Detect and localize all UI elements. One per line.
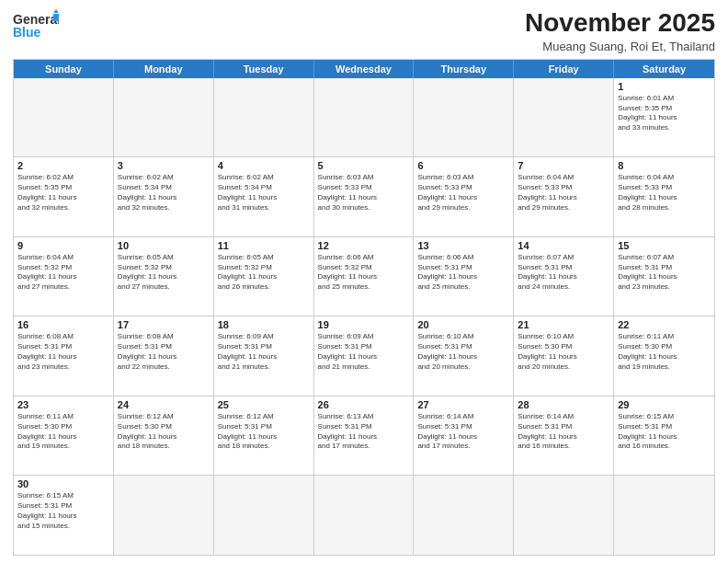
calendar-cell-0-5: [514, 78, 614, 157]
calendar-cell-4-6: 29Sunrise: 6:15 AM Sunset: 5:31 PM Dayli…: [614, 396, 714, 476]
calendar-cell-4-4: 27Sunrise: 6:14 AM Sunset: 5:31 PM Dayli…: [414, 396, 514, 476]
day-info-30: Sunrise: 6:15 AM Sunset: 5:31 PM Dayligh…: [17, 491, 109, 531]
day-number-29: 29: [618, 399, 711, 410]
calendar-row-5: 30Sunrise: 6:15 AM Sunset: 5:31 PM Dayli…: [14, 475, 714, 555]
title-section: November 2025 Mueang Suang, Roi Et, Thai…: [525, 9, 715, 53]
calendar-cell-4-0: 23Sunrise: 6:11 AM Sunset: 5:30 PM Dayli…: [14, 396, 114, 476]
calendar-cell-3-2: 18Sunrise: 6:09 AM Sunset: 5:31 PM Dayli…: [214, 316, 314, 396]
day-info-7: Sunrise: 6:04 AM Sunset: 5:33 PM Dayligh…: [518, 173, 609, 213]
day-info-29: Sunrise: 6:15 AM Sunset: 5:31 PM Dayligh…: [618, 412, 711, 452]
day-number-12: 12: [318, 240, 410, 251]
day-number-16: 16: [17, 319, 109, 330]
day-info-22: Sunrise: 6:11 AM Sunset: 5:30 PM Dayligh…: [618, 332, 711, 372]
day-info-28: Sunrise: 6:14 AM Sunset: 5:31 PM Dayligh…: [518, 412, 609, 452]
day-info-23: Sunrise: 6:11 AM Sunset: 5:30 PM Dayligh…: [17, 412, 109, 452]
day-info-18: Sunrise: 6:09 AM Sunset: 5:31 PM Dayligh…: [218, 332, 310, 372]
day-number-15: 15: [618, 240, 711, 251]
header-friday: Friday: [514, 60, 614, 78]
day-info-5: Sunrise: 6:03 AM Sunset: 5:33 PM Dayligh…: [318, 173, 410, 213]
calendar-cell-0-0: [14, 78, 114, 157]
day-number-17: 17: [118, 319, 210, 330]
calendar-cell-2-6: 15Sunrise: 6:07 AM Sunset: 5:31 PM Dayli…: [614, 237, 714, 316]
calendar-row-0: 1Sunrise: 6:01 AM Sunset: 5:35 PM Daylig…: [14, 78, 714, 157]
day-number-8: 8: [618, 160, 711, 171]
calendar-cell-4-2: 25Sunrise: 6:12 AM Sunset: 5:31 PM Dayli…: [214, 396, 314, 476]
calendar-body: 1Sunrise: 6:01 AM Sunset: 5:35 PM Daylig…: [14, 78, 714, 555]
day-number-20: 20: [417, 319, 509, 330]
day-number-7: 7: [518, 160, 609, 171]
calendar-cell-2-1: 10Sunrise: 6:05 AM Sunset: 5:32 PM Dayli…: [114, 237, 214, 316]
day-number-10: 10: [118, 240, 210, 251]
day-info-21: Sunrise: 6:10 AM Sunset: 5:30 PM Dayligh…: [518, 332, 609, 372]
day-number-14: 14: [518, 240, 609, 251]
calendar-cell-5-5: [514, 476, 614, 555]
day-number-1: 1: [618, 81, 711, 92]
logo-svg: General Blue: [13, 9, 59, 42]
day-info-9: Sunrise: 6:04 AM Sunset: 5:32 PM Dayligh…: [17, 253, 109, 293]
calendar-row-4: 23Sunrise: 6:11 AM Sunset: 5:30 PM Dayli…: [14, 396, 714, 476]
page: General Blue November 2025 Mueang Suang,…: [0, 0, 728, 563]
svg-marker-2: [53, 9, 59, 13]
day-info-27: Sunrise: 6:14 AM Sunset: 5:31 PM Dayligh…: [417, 412, 509, 452]
logo: General Blue: [13, 9, 59, 42]
svg-text:Blue: Blue: [13, 25, 41, 40]
day-number-18: 18: [218, 319, 310, 330]
day-number-19: 19: [318, 319, 410, 330]
day-number-13: 13: [417, 240, 509, 251]
calendar-cell-1-1: 3Sunrise: 6:02 AM Sunset: 5:34 PM Daylig…: [114, 157, 214, 236]
header-monday: Monday: [114, 60, 214, 78]
calendar-cell-0-6: 1Sunrise: 6:01 AM Sunset: 5:35 PM Daylig…: [614, 78, 714, 157]
calendar-cell-0-3: [314, 78, 415, 157]
day-info-15: Sunrise: 6:07 AM Sunset: 5:31 PM Dayligh…: [618, 253, 711, 293]
calendar-cell-3-1: 17Sunrise: 6:08 AM Sunset: 5:31 PM Dayli…: [114, 316, 214, 396]
svg-rect-3: [53, 14, 59, 21]
calendar-cell-5-3: [314, 476, 415, 555]
day-info-3: Sunrise: 6:02 AM Sunset: 5:34 PM Dayligh…: [118, 173, 210, 213]
calendar-cell-2-5: 14Sunrise: 6:07 AM Sunset: 5:31 PM Dayli…: [514, 237, 614, 316]
calendar-cell-3-6: 22Sunrise: 6:11 AM Sunset: 5:30 PM Dayli…: [614, 316, 714, 396]
day-number-24: 24: [118, 399, 210, 410]
day-info-11: Sunrise: 6:05 AM Sunset: 5:32 PM Dayligh…: [218, 253, 310, 293]
calendar-header: Sunday Monday Tuesday Wednesday Thursday…: [14, 60, 714, 78]
calendar-cell-1-6: 8Sunrise: 6:04 AM Sunset: 5:33 PM Daylig…: [614, 157, 714, 236]
day-number-6: 6: [417, 160, 509, 171]
calendar-cell-3-3: 19Sunrise: 6:09 AM Sunset: 5:31 PM Dayli…: [314, 316, 415, 396]
day-number-25: 25: [218, 399, 310, 410]
calendar-cell-4-5: 28Sunrise: 6:14 AM Sunset: 5:31 PM Dayli…: [514, 396, 614, 476]
day-number-21: 21: [518, 319, 609, 330]
day-number-27: 27: [417, 399, 509, 410]
day-info-10: Sunrise: 6:05 AM Sunset: 5:32 PM Dayligh…: [118, 253, 210, 293]
month-title: November 2025: [525, 9, 715, 38]
day-info-20: Sunrise: 6:10 AM Sunset: 5:31 PM Dayligh…: [417, 332, 509, 372]
calendar-cell-4-3: 26Sunrise: 6:13 AM Sunset: 5:31 PM Dayli…: [314, 396, 415, 476]
calendar: Sunday Monday Tuesday Wednesday Thursday…: [13, 59, 715, 556]
header-tuesday: Tuesday: [214, 60, 314, 78]
day-info-4: Sunrise: 6:02 AM Sunset: 5:34 PM Dayligh…: [218, 173, 310, 213]
calendar-cell-1-0: 2Sunrise: 6:02 AM Sunset: 5:35 PM Daylig…: [14, 157, 114, 236]
calendar-row-1: 2Sunrise: 6:02 AM Sunset: 5:35 PM Daylig…: [14, 156, 714, 236]
day-number-23: 23: [17, 399, 109, 410]
calendar-cell-5-6: [614, 476, 714, 555]
day-info-17: Sunrise: 6:08 AM Sunset: 5:31 PM Dayligh…: [118, 332, 210, 372]
header-sunday: Sunday: [14, 60, 114, 78]
day-info-12: Sunrise: 6:06 AM Sunset: 5:32 PM Dayligh…: [318, 253, 410, 293]
calendar-cell-2-4: 13Sunrise: 6:06 AM Sunset: 5:31 PM Dayli…: [414, 237, 514, 316]
calendar-cell-0-4: [414, 78, 514, 157]
day-info-6: Sunrise: 6:03 AM Sunset: 5:33 PM Dayligh…: [417, 173, 509, 213]
day-number-26: 26: [318, 399, 410, 410]
calendar-cell-5-0: 30Sunrise: 6:15 AM Sunset: 5:31 PM Dayli…: [14, 476, 114, 555]
header-saturday: Saturday: [614, 60, 714, 78]
calendar-cell-2-2: 11Sunrise: 6:05 AM Sunset: 5:32 PM Dayli…: [214, 237, 314, 316]
calendar-row-3: 16Sunrise: 6:08 AM Sunset: 5:31 PM Dayli…: [14, 316, 714, 396]
calendar-cell-3-5: 21Sunrise: 6:10 AM Sunset: 5:30 PM Dayli…: [514, 316, 614, 396]
calendar-cell-1-4: 6Sunrise: 6:03 AM Sunset: 5:33 PM Daylig…: [414, 157, 514, 236]
calendar-cell-1-5: 7Sunrise: 6:04 AM Sunset: 5:33 PM Daylig…: [514, 157, 614, 236]
day-info-16: Sunrise: 6:08 AM Sunset: 5:31 PM Dayligh…: [17, 332, 109, 372]
location: Mueang Suang, Roi Et, Thailand: [525, 40, 715, 53]
calendar-cell-5-4: [414, 476, 514, 555]
calendar-cell-3-0: 16Sunrise: 6:08 AM Sunset: 5:31 PM Dayli…: [14, 316, 114, 396]
header: General Blue November 2025 Mueang Suang,…: [13, 9, 715, 53]
calendar-cell-5-2: [214, 476, 314, 555]
calendar-row-2: 9Sunrise: 6:04 AM Sunset: 5:32 PM Daylig…: [14, 236, 714, 316]
calendar-cell-2-0: 9Sunrise: 6:04 AM Sunset: 5:32 PM Daylig…: [14, 237, 114, 316]
